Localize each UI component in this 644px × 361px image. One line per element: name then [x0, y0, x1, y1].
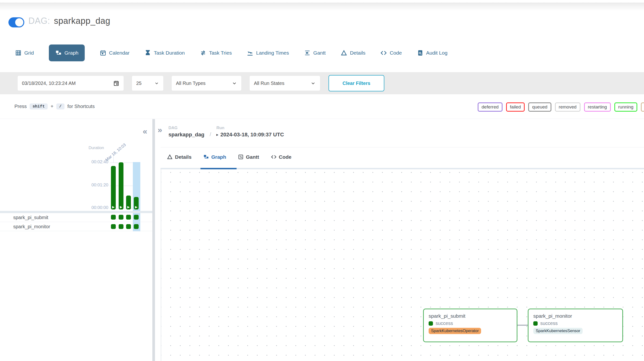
calendar-icon: [100, 49, 106, 56]
operator-badge: SparkKubernetesSensor: [533, 328, 583, 334]
tab-code[interactable]: Code: [380, 49, 402, 56]
run-tab-graph[interactable]: Graph: [203, 154, 226, 160]
tab-details[interactable]: Details: [340, 49, 365, 56]
legend-badge-restarting[interactable]: restarting: [584, 102, 611, 112]
task-label-spark_pi_monitor[interactable]: spark_pi_monitor: [13, 224, 50, 229]
gantt-icon: [304, 49, 311, 56]
play-icon: ▶: [111, 205, 116, 209]
duration-bar-run-1[interactable]: ▶: [119, 162, 124, 210]
breadcrumb-run-label: Run: [216, 126, 284, 130]
tab-task-duration[interactable]: Task Duration: [144, 49, 184, 56]
breadcrumb-dag-value[interactable]: sparkapp_dag: [168, 132, 204, 138]
collapse-grid-button[interactable]: «: [143, 127, 147, 135]
toolbar-divider: [0, 119, 644, 119]
base-date-value: 03/18/2024, 10:23:24 AM: [22, 81, 76, 86]
dag-pause-toggle[interactable]: [8, 17, 24, 27]
run-tab-details[interactable]: Details: [167, 154, 192, 160]
tab-landing-times[interactable]: Landing Times: [247, 49, 289, 56]
kbd-shift: shift: [30, 103, 48, 109]
state-legend: deferredfailedqueuedremovedrestartingrun…: [478, 102, 644, 112]
task-label-spark_pi_submit[interactable]: spark_pi_submit: [13, 215, 48, 220]
tab-calendar[interactable]: Calendar: [100, 49, 130, 56]
run-states-select[interactable]: All Run States: [249, 75, 320, 91]
chevron-down-icon: [154, 81, 159, 86]
hourglass-icon: [144, 49, 151, 56]
dag-name: sparkapp_dag: [54, 16, 110, 26]
task-instance-spark_pi_submit-run-3[interactable]: [134, 215, 138, 220]
kbd-slash: /: [56, 103, 64, 109]
page-title: DAG: sparkapp_dag: [28, 16, 110, 26]
dag-prefix-label: DAG:: [28, 16, 50, 26]
tab-label: Audit Log: [426, 50, 448, 56]
task-instance-spark_pi_monitor-run-1[interactable]: [119, 224, 124, 229]
code-icon: [380, 49, 387, 56]
page-size-select[interactable]: 25: [132, 75, 164, 91]
task-instance-spark_pi_submit-run-1[interactable]: [119, 215, 124, 220]
node-title: spark_pi_monitor: [533, 313, 618, 319]
play-icon: ▶: [134, 205, 138, 209]
base-date-input[interactable]: 03/18/2024, 10:23:24 AM: [17, 75, 124, 91]
task-instance-spark_pi_monitor-run-3[interactable]: [134, 224, 138, 229]
gantt-doc-icon: [238, 154, 244, 160]
legend-badge-failed[interactable]: failed: [506, 102, 525, 112]
tab-label: Landing Times: [256, 50, 289, 56]
expand-panel-button[interactable]: »: [158, 126, 162, 134]
panel-resize-divider[interactable]: [152, 119, 155, 361]
state-label: success: [436, 321, 453, 326]
dag-view-tabs: Grid Graph Calendar Task Duration Task T…: [15, 43, 448, 62]
breadcrumb-run-value[interactable]: ▸ 2024-03-18, 10:09:37 UTC: [216, 132, 284, 138]
task-instance-spark_pi_monitor-run-2[interactable]: [126, 224, 131, 229]
chevron-down-icon: [310, 81, 316, 86]
operator-badge: SparkKubernetesOperator: [428, 328, 481, 334]
breadcrumb-separator: /: [210, 131, 211, 138]
legend-badge-queued[interactable]: queued: [528, 102, 551, 112]
airflow-dag-page: DAG: sparkapp_dag Grid Graph Calendar Ta…: [0, 0, 644, 361]
run-types-value: All Run Types: [176, 81, 206, 86]
duration-bar-run-3[interactable]: ▶: [134, 197, 138, 210]
shortcuts-plus: +: [50, 104, 54, 109]
run-detail-tabs: Details Graph Gantt Code: [167, 154, 292, 160]
tab-label: Graph: [64, 50, 78, 56]
node-title: spark_pi_submit: [428, 313, 512, 319]
graph-icon: [203, 154, 209, 160]
tab-label: Task Tries: [209, 50, 232, 56]
legend-badge-removed[interactable]: removed: [555, 102, 580, 112]
chevron-down-icon: [232, 81, 237, 86]
tab-task-tries[interactable]: Task Tries: [200, 49, 232, 56]
x-axis-tick: [113, 155, 114, 163]
legend-badge-scheduled[interactable]: scheduled: [641, 102, 644, 112]
shortcuts-hint: Press shift + / for Shortcuts: [14, 103, 94, 109]
task-node-spark_pi_submit[interactable]: spark_pi_submit success SparkKubernetesO…: [423, 309, 518, 342]
task-instance-spark_pi_submit-run-2[interactable]: [126, 215, 131, 220]
duration-bar-run-0[interactable]: ▶: [111, 166, 116, 210]
graph-icon: [55, 49, 62, 56]
run-types-select[interactable]: All Run Types: [171, 75, 242, 91]
node-state: success: [428, 321, 512, 326]
rows-separator: [0, 211, 152, 213]
task-instance-spark_pi_monitor-run-0[interactable]: [111, 224, 116, 229]
duration-axis-label: Duration: [88, 145, 104, 150]
task-instance-spark_pi_submit-run-0[interactable]: [111, 215, 116, 220]
legend-badge-running[interactable]: running: [614, 102, 637, 112]
legend-badge-deferred[interactable]: deferred: [478, 102, 502, 112]
tab-label: Calendar: [109, 50, 130, 56]
run-state-icon: ▸: [216, 132, 218, 137]
tab-audit-log[interactable]: Audit Log: [417, 49, 448, 56]
details-icon: [340, 49, 347, 56]
tab-graph[interactable]: Graph: [49, 44, 85, 61]
run-tab-code[interactable]: Code: [271, 154, 292, 160]
tab-label: Code: [390, 50, 402, 56]
y-tick: 00:01:20: [86, 183, 108, 188]
code-icon: [271, 154, 277, 160]
clear-filters-button[interactable]: Clear Filters: [328, 75, 384, 91]
breadcrumb-run: Run ▸ 2024-03-18, 10:09:37 UTC: [216, 126, 284, 138]
task-node-spark_pi_monitor[interactable]: spark_pi_monitor success SparkKubernetes…: [528, 309, 623, 342]
duration-bar-run-2[interactable]: ▶: [126, 196, 131, 210]
breadcrumb-dag: DAG sparkapp_dag: [168, 126, 204, 138]
run-tab-gantt[interactable]: Gantt: [238, 154, 259, 160]
tab-gantt[interactable]: Gantt: [304, 49, 326, 56]
tab-label: Details: [175, 154, 192, 160]
edge-spark_pi_submit-spark_pi_monitor: [518, 325, 528, 326]
run-timestamp: 2024-03-18, 10:09:37 UTC: [220, 132, 284, 138]
tab-grid[interactable]: Grid: [15, 49, 34, 56]
